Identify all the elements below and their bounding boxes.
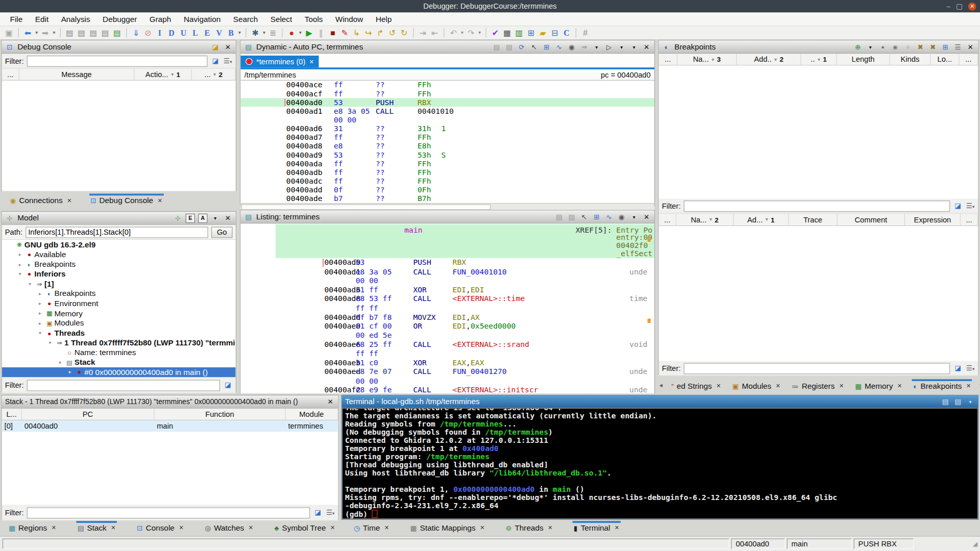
refresh-program-icon[interactable]: ▤ <box>111 29 123 37</box>
menu-search[interactable]: Search <box>227 13 264 24</box>
copy-icon[interactable]: ▤ <box>492 43 501 51</box>
tree-node-breakpoints[interactable]: ▸◐Breakpoints <box>2 289 236 298</box>
goto-pc-icon[interactable]: ⇓ <box>130 29 142 37</box>
chart-icon[interactable]: ∿ <box>604 213 614 221</box>
disasm-row-00400ad8[interactable]: 00400ad8e8 53 ffCALL<EXTERNAL>::timetime <box>240 294 654 304</box>
expander-icon[interactable]: ▸ <box>36 301 44 307</box>
disasm-row-cont[interactable]: ff ff <box>240 304 654 313</box>
tab-static-mappings[interactable]: ▦Static Mappings✕ <box>408 521 487 535</box>
set-breakpoint-dropdown-icon[interactable]: ▾ <box>866 44 875 49</box>
forward-dropdown-icon[interactable]: ▾ <box>51 30 57 35</box>
listing-header[interactable]: ▤ Listing: termmines ▤ ▤ ↖ ⊞ ∿ ◉ ▾ ✕ <box>240 211 654 224</box>
clear-selected-icon[interactable]: ✖ <box>928 43 937 51</box>
menu-file[interactable]: File <box>4 13 29 24</box>
disasm-row-00400ad7[interactable]: 00400ad7ff??FFh <box>240 133 654 142</box>
close-panel-icon[interactable]: ✕ <box>642 43 651 51</box>
letter-u-icon[interactable]: U <box>178 29 189 37</box>
menu-window[interactable]: Window <box>329 13 370 24</box>
column-blank[interactable]: ..▼1 <box>801 54 837 65</box>
snapshot-dropdown-icon[interactable]: ▾ <box>261 30 267 35</box>
close-panel-icon[interactable]: ✕ <box>642 213 651 221</box>
step-out-icon[interactable]: ↱ <box>374 29 386 37</box>
dynamic-header[interactable]: ▤ Dynamic - Auto PC, termmines ▤ ▤ ⟳ ↖ ⊞… <box>240 41 654 54</box>
disasm-row-00400af2[interactable]: 00400af2e8 e9 feCALL<EXTERNAL>::initscru… <box>240 386 654 394</box>
tab-modules[interactable]: ▣Modules✕ <box>730 379 783 393</box>
back-dropdown-icon[interactable]: ▾ <box>34 30 39 35</box>
column-pc[interactable]: PC <box>22 409 155 420</box>
tab-time[interactable]: ◷Time✕ <box>351 521 391 535</box>
tab-close-icon[interactable]: ✕ <box>67 197 71 204</box>
cursor-tracking-icon[interactable]: ↖ <box>529 43 538 51</box>
column-blank[interactable]: ... <box>961 214 978 226</box>
tree-node-breakpoints[interactable]: ▸◐Breakpoints <box>2 260 236 269</box>
tree-node-memory[interactable]: ▸▦Memory <box>2 309 236 318</box>
diagram-icon[interactable]: ⊹ <box>173 214 182 222</box>
disasm-row-00400ad6[interactable]: 00400ad631 ffXOREDI,EDI <box>240 285 654 294</box>
clear-code-icon[interactable]: ⊘ <box>142 29 154 37</box>
debug-console-header[interactable]: ⊡ Debug Console ◪ ✕ <box>2 41 236 54</box>
tree-node-gnu-gdb-16-3-2-el9[interactable]: ❋GNU gdb 16.3-2.el9 <box>2 240 236 249</box>
tab-close-icon[interactable]: ✕ <box>716 383 721 389</box>
tree-node-available[interactable]: ▸●Available <box>2 249 236 259</box>
tab-close-icon[interactable]: ✕ <box>966 383 971 389</box>
table-icon[interactable]: ⊞ <box>941 43 950 51</box>
column-kinds[interactable]: Kinds <box>890 54 931 65</box>
disasm-row-00400add[interactable]: 00400add0f b7 f8MOVZXEDI,AX <box>240 313 654 322</box>
disasm-row-00400adc[interactable]: 00400adcff??FFh <box>240 177 654 186</box>
attributes-icon[interactable]: A <box>198 213 207 222</box>
tab-regions[interactable]: ▦Regions✕ <box>6 521 59 535</box>
column-message[interactable]: Message <box>19 69 134 80</box>
tree-node-inferiors[interactable]: ▾●Inferiors <box>2 269 236 279</box>
import-file-icon[interactable]: ▤ <box>64 29 76 37</box>
tree-node-environment[interactable]: ▸●Environment <box>2 298 236 308</box>
column-blank[interactable]: ... <box>960 54 978 65</box>
expander-icon[interactable]: ▸ <box>36 311 44 316</box>
disasm-row-00400adb[interactable]: 00400adbff??FFh <box>240 168 654 177</box>
column-function[interactable]: Function <box>154 409 285 420</box>
panel-menu-icon[interactable]: ▾ <box>629 214 639 219</box>
skip-out-icon[interactable]: ⇤ <box>429 29 440 37</box>
clear-filter-icon[interactable]: ◪ <box>211 57 220 65</box>
disasm-row-00400ae0[interactable]: 00400ae081 cf 00OREDI,0x5eed0000 <box>240 322 654 331</box>
sync-icon[interactable]: ⟳ <box>517 43 526 51</box>
stack-header[interactable]: Stack - 1 Thread 0x7ffff7f52b80 (LWP 111… <box>2 395 338 409</box>
cursor-tracking-icon[interactable]: ↖ <box>579 213 589 221</box>
letter-b-icon[interactable]: B <box>225 29 237 37</box>
track-icon[interactable]: ▷ <box>604 43 614 51</box>
stack-filter-input[interactable] <box>27 507 310 518</box>
column-na[interactable]: Na...▼2 <box>676 214 734 226</box>
menu-select[interactable]: Select <box>264 13 298 24</box>
column-blank[interactable]: ...▼2 <box>192 69 236 80</box>
tab-close-icon[interactable]: ✕ <box>111 525 115 531</box>
tree-node-stack[interactable]: ▾▤Stack <box>2 358 236 367</box>
tab-debug-console[interactable]: ⊡Debug Console✕ <box>88 194 165 208</box>
forward-icon[interactable]: ➡ <box>39 29 51 37</box>
restore-icon[interactable]: ▢ <box>956 3 963 10</box>
minimize-icon[interactable]: – <box>946 3 950 10</box>
disasm-row-cont[interactable]: 00 00 <box>240 377 654 386</box>
breakpoints-header[interactable]: ◐ Breakpoints ⊕ ▾ ● ◉ ○ ✖ ✖ ⊞ ☰ ✕ <box>659 41 978 54</box>
expander-icon[interactable]: ▾ <box>56 360 64 365</box>
clear-filter-icon[interactable]: ◪ <box>953 202 962 210</box>
step-back-icon[interactable]: ↺ <box>386 29 398 37</box>
tab-watches[interactable]: ◎Watches✕ <box>202 521 255 535</box>
disasm-row-00400ace[interactable]: 00400aceff??FFh <box>240 81 654 89</box>
tree-node-threads[interactable]: ▾●Threads <box>2 328 236 338</box>
filter-config-icon[interactable]: ☰▾ <box>966 364 975 372</box>
step-over-icon[interactable]: ↪ <box>362 29 374 37</box>
expander-icon[interactable]: ▸ <box>36 291 44 296</box>
disasm-row-00400ad9[interactable]: 00400ad953??53hS <box>240 151 654 159</box>
interrupt-icon[interactable]: ∥ <box>315 29 327 37</box>
connect-target-icon[interactable]: # <box>579 29 591 37</box>
go-button[interactable]: Go <box>211 227 233 238</box>
close-panel-icon[interactable]: ✕ <box>223 214 232 222</box>
disasm-row-00400aeb[interactable]: 00400aeb31 c0XOREAX,EAX <box>240 358 654 367</box>
listing-rows[interactable]: 00400ad053PUSHRBX00400ad1e8 3a 05CALLFUN… <box>240 258 654 394</box>
disasm-row-00400ad6[interactable]: 00400ad631??31h1 <box>240 124 654 133</box>
tab-close-icon[interactable]: ✕ <box>158 197 162 204</box>
filter-config-icon[interactable]: ☰▾ <box>223 57 232 65</box>
tab-close-icon[interactable]: ✕ <box>330 525 335 531</box>
set-breakpoint-icon[interactable]: ⊕ <box>853 43 862 51</box>
expander-icon[interactable]: ▸ <box>66 369 75 375</box>
record-dropdown-icon[interactable]: ▾ <box>298 30 303 35</box>
